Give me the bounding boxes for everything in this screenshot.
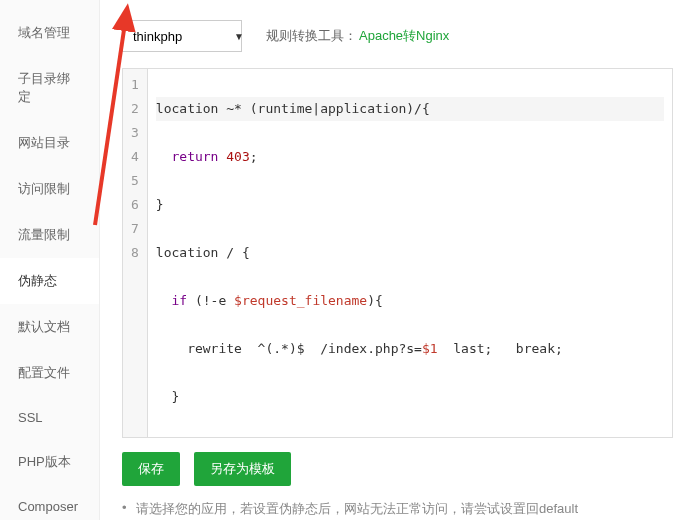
hint-text: 请选择您的应用，若设置伪静态后，网站无法正常访问，请尝试设置回default <box>122 500 673 518</box>
main-panel: thinkphp ▼ 规则转换工具： Apache转Nginx 12345678… <box>100 0 695 520</box>
sidebar-item-subdir[interactable]: 子目录绑定 <box>0 56 99 120</box>
sidebar-item-rewrite[interactable]: 伪静态 <box>0 258 99 304</box>
sidebar-item-config[interactable]: 配置文件 <box>0 350 99 396</box>
toolbar: thinkphp ▼ 规则转换工具： Apache转Nginx <box>122 20 673 52</box>
sidebar-item-ssl[interactable]: SSL <box>0 396 99 439</box>
sidebar-item-domain[interactable]: 域名管理 <box>0 10 99 56</box>
button-row: 保存 另存为模板 <box>122 452 673 486</box>
sidebar-item-php[interactable]: PHP版本 <box>0 439 99 485</box>
sidebar: 域名管理 子目录绑定 网站目录 访问限制 流量限制 伪静态 默认文档 配置文件 … <box>0 0 100 520</box>
sidebar-item-composer[interactable]: Composer <box>0 485 99 520</box>
sidebar-item-default-doc[interactable]: 默认文档 <box>0 304 99 350</box>
save-button[interactable]: 保存 <box>122 452 180 486</box>
template-select[interactable]: thinkphp <box>122 20 242 52</box>
line-gutter: 12345678 <box>123 69 148 437</box>
sidebar-item-access[interactable]: 访问限制 <box>0 166 99 212</box>
save-as-template-button[interactable]: 另存为模板 <box>194 452 291 486</box>
tool-label: 规则转换工具： <box>266 27 357 45</box>
sidebar-item-traffic[interactable]: 流量限制 <box>0 212 99 258</box>
apache-to-nginx-link[interactable]: Apache转Nginx <box>359 27 449 45</box>
code-editor[interactable]: 12345678 location ~* (runtime|applicatio… <box>122 68 673 438</box>
code-area[interactable]: location ~* (runtime|application)/{ retu… <box>148 69 672 437</box>
svg-line-0 <box>95 23 125 225</box>
sidebar-item-sitedir[interactable]: 网站目录 <box>0 120 99 166</box>
